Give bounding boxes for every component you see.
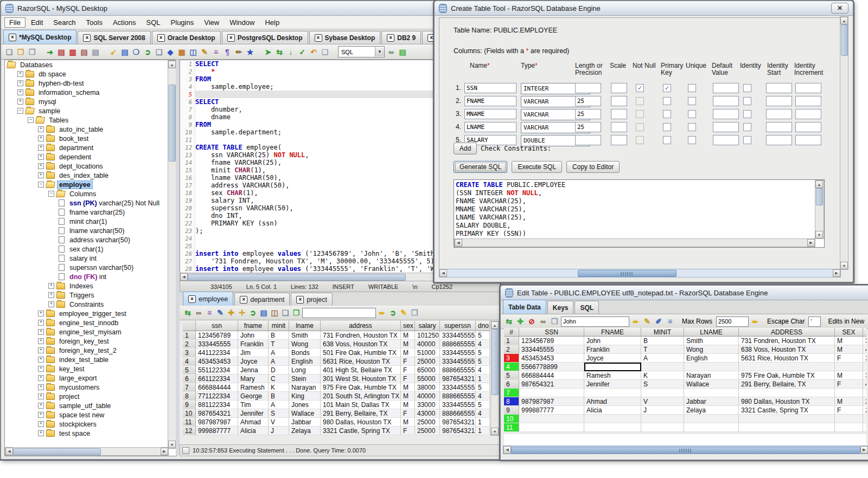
scroll-down-icon[interactable]: ▼ <box>840 262 848 269</box>
column-header-salary[interactable]: salary <box>415 321 440 331</box>
connection-tab-db2-9[interactable]: ×DB2 9 <box>381 31 421 44</box>
cell[interactable]: 5 <box>476 357 490 366</box>
disconnect-db-icon[interactable]: ▥ <box>68 47 78 57</box>
close-tab-icon[interactable]: × <box>9 34 16 41</box>
tree-item-engine-test-myisam[interactable]: +engine_test_myisam <box>5 327 169 337</box>
cell[interactable]: Franklin <box>584 345 641 354</box>
column-header-lname[interactable]: lname <box>289 321 321 331</box>
cell[interactable]: 3 <box>863 337 866 345</box>
expand-icon[interactable]: + <box>38 311 44 316</box>
primary-key-checkbox[interactable] <box>663 123 671 131</box>
tree-hscroll-thumb[interactable] <box>13 448 101 455</box>
length-input[interactable] <box>575 135 601 145</box>
scroll-left-icon[interactable]: ◀ <box>180 273 188 281</box>
table-row[interactable]: 5551122334JennaDLong401 High St, Bellair… <box>183 366 490 374</box>
fetch-next-icon[interactable]: ↓ <box>286 47 296 57</box>
cell[interactable] <box>641 415 684 423</box>
execute-sql-icon[interactable]: ➤ <box>263 47 273 57</box>
cell[interactable]: Zelaya <box>289 427 321 435</box>
view-contents-icon[interactable]: ❍ <box>131 47 141 57</box>
not-null-checkbox[interactable]: ✓ <box>636 84 644 92</box>
unique-checkbox[interactable] <box>688 136 696 144</box>
identity-increment-input[interactable] <box>795 109 821 119</box>
tree-item-lname-varchar-50[interactable]: lname varchar(50) <box>5 226 169 235</box>
cell[interactable]: 4 <box>476 366 490 374</box>
close-tab-icon[interactable]: × <box>240 296 247 303</box>
default-value-input[interactable] <box>713 96 739 106</box>
menu-window[interactable]: Window <box>225 17 259 28</box>
cell[interactable] <box>863 389 866 397</box>
table-row[interactable]: 8771122334GeorgeBKing201 South St, Arlin… <box>183 392 490 401</box>
cell[interactable]: 888665555 <box>440 340 476 348</box>
delete-row-icon[interactable]: ⊘ <box>527 316 537 326</box>
scroll-right-icon[interactable]: ▶ <box>833 269 840 277</box>
cell[interactable]: M <box>401 348 415 357</box>
scroll-right-icon[interactable]: ▶ <box>807 239 815 247</box>
expand-icon[interactable]: + <box>17 99 23 105</box>
cell[interactable]: Ramesh <box>238 383 269 392</box>
cell[interactable]: 38000 <box>415 383 440 392</box>
expand-icon[interactable]: + <box>38 366 44 372</box>
not-null-checkbox[interactable] <box>636 123 644 131</box>
tree-item-test-space[interactable]: +test space <box>5 429 169 438</box>
expand-icon[interactable]: + <box>38 403 44 409</box>
identity-start-input[interactable] <box>766 109 792 119</box>
cell[interactable]: A <box>269 348 289 357</box>
tree-item-tables[interactable]: −Tables <box>5 115 169 125</box>
cell[interactable]: 771122334 <box>196 392 238 401</box>
close-window-button[interactable]: ✕ <box>831 3 848 14</box>
scroll-left-icon[interactable]: ◀ <box>503 446 511 454</box>
cell[interactable]: Mary <box>238 374 269 383</box>
cell[interactable]: A <box>269 401 289 409</box>
tree-item-information-schema[interactable]: +information_schema <box>5 88 169 97</box>
cell[interactable] <box>835 423 863 432</box>
tree-vscroll-thumb[interactable] <box>169 85 176 162</box>
cell[interactable]: 25000 <box>415 418 440 427</box>
validate-sql-icon[interactable]: ✓ <box>297 47 307 57</box>
favorites-icon[interactable]: ★ <box>245 47 255 57</box>
cell[interactable] <box>684 423 739 432</box>
tree-item-db-space[interactable]: +db space <box>5 69 169 79</box>
cell[interactable]: 25000 <box>415 427 440 435</box>
cell[interactable]: Jennifer <box>238 409 269 418</box>
cell[interactable]: 987654321 <box>440 374 476 383</box>
cell[interactable]: 5631 Rice, Houston TX <box>739 354 835 363</box>
cell[interactable]: M <box>401 418 415 427</box>
cell[interactable]: A <box>269 357 289 366</box>
tree-item-indexes[interactable]: +Indexes <box>5 281 169 290</box>
cell[interactable]: S <box>269 409 289 418</box>
cell[interactable]: Wong <box>289 340 321 348</box>
expand-icon[interactable]: + <box>38 126 44 132</box>
editor-hscroll-thumb[interactable] <box>188 274 406 281</box>
view-cell-icon[interactable]: ∞ <box>538 316 548 326</box>
not-null-checkbox[interactable] <box>636 97 644 105</box>
cell[interactable] <box>641 423 684 432</box>
search-go-icon[interactable]: ➨ <box>377 308 387 318</box>
cell[interactable]: 980 Dallas, Houston TX <box>321 418 401 427</box>
refresh-results-icon[interactable]: ⇆ <box>183 308 193 318</box>
cell[interactable] <box>584 423 641 432</box>
view-row-icon[interactable]: ∞ <box>194 308 203 318</box>
copy-to-editor-button[interactable]: Copy to Editor <box>566 161 620 173</box>
table-row[interactable]: 45566778899 <box>504 363 866 371</box>
save-file-icon[interactable]: ❒ <box>27 47 37 57</box>
cell[interactable]: Ahmad <box>584 397 641 406</box>
results-tab-department[interactable]: ×department <box>234 293 290 306</box>
primary-key-checkbox[interactable]: ✓ <box>663 84 671 92</box>
unique-checkbox[interactable] <box>688 84 696 92</box>
cell[interactable]: S <box>641 380 684 389</box>
cell[interactable]: B <box>269 331 289 340</box>
cell[interactable]: John <box>238 331 269 340</box>
tree-item-key-test[interactable]: +key_test <box>5 364 169 373</box>
cell[interactable]: 55000 <box>415 374 440 383</box>
db-tools-icon[interactable]: ▤ <box>91 47 100 57</box>
table-row[interactable]: 6661122334MaryCStein301 West St. Houston… <box>183 374 490 383</box>
cell[interactable]: 888665555 <box>440 392 476 401</box>
generate-sql-button[interactable]: Generate SQL <box>454 161 507 173</box>
max-rows-input[interactable] <box>716 316 749 327</box>
expand-icon[interactable]: + <box>38 145 44 151</box>
identity-increment-input[interactable] <box>795 122 821 132</box>
tree-item-triggers[interactable]: +Triggers <box>5 290 169 300</box>
create-window-hscrollbar[interactable]: ◀ ▶ <box>439 269 841 277</box>
column-header-address[interactable]: ADDRESS <box>739 328 835 337</box>
